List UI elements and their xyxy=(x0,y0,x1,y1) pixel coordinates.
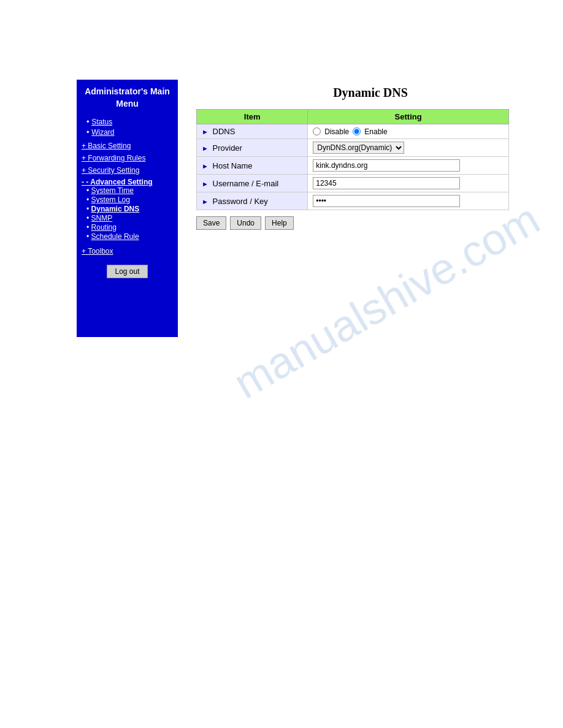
ddns-disable-label: Disable xyxy=(324,127,349,136)
table-row: ► Password / Key xyxy=(197,192,509,210)
table-row: ► Provider DynDNS.org(Dynamic) xyxy=(197,139,509,157)
arrow-icon: ► xyxy=(202,162,209,170)
provider-select[interactable]: DynDNS.org(Dynamic) xyxy=(313,142,404,154)
ddns-enable-label: Enable xyxy=(364,127,387,136)
help-button[interactable]: Help xyxy=(265,216,294,230)
ddns-enable-radio[interactable] xyxy=(353,127,361,135)
arrow-icon: ► xyxy=(202,180,209,188)
sidebar-title: Administrator's Main Menu xyxy=(82,86,173,110)
password-label: ► Password / Key xyxy=(197,192,308,210)
sidebar-item-basic-setting[interactable]: + Basic Setting xyxy=(82,142,173,150)
password-input[interactable] xyxy=(313,195,460,207)
arrow-icon: ► xyxy=(202,128,209,135)
dns-table: Item Setting ► DDNS Disable xyxy=(196,109,509,210)
save-button[interactable]: Save xyxy=(196,216,226,230)
hostname-setting[interactable] xyxy=(308,157,509,175)
sidebar-item-routing[interactable]: Routing xyxy=(86,223,173,232)
ddns-setting[interactable]: Disable Enable xyxy=(308,124,509,139)
undo-button[interactable]: Undo xyxy=(230,216,261,230)
sidebar-item-status[interactable]: Status xyxy=(86,117,173,126)
ddns-disable-radio[interactable] xyxy=(313,127,321,135)
table-row: ► Host Name xyxy=(197,157,509,175)
sidebar-item-forwarding-rules[interactable]: + Forwarding Rules xyxy=(82,154,173,162)
arrow-icon: ► xyxy=(202,145,209,152)
sidebar-item-dynamic-dns[interactable]: Dynamic DNS xyxy=(86,205,173,213)
logout-button[interactable]: Log out xyxy=(107,265,147,278)
sidebar-item-security-setting[interactable]: + Security Setting xyxy=(82,166,173,175)
table-row: ► DDNS Disable Enable xyxy=(197,124,509,139)
advanced-setting-toggle[interactable]: - Advanced Setting xyxy=(82,178,153,186)
sidebar: Administrator's Main Menu Status Wizard … xyxy=(77,80,178,337)
username-input[interactable] xyxy=(313,177,460,189)
page-title: Dynamic DNS xyxy=(196,86,545,100)
action-buttons: Save Undo Help xyxy=(196,216,545,230)
sidebar-item-snmp[interactable]: SNMP xyxy=(86,214,173,222)
username-setting[interactable] xyxy=(308,175,509,192)
provider-setting[interactable]: DynDNS.org(Dynamic) xyxy=(308,139,509,157)
main-content: Dynamic DNS Item Setting ► DDNS xyxy=(178,80,563,337)
username-label: ► Username / E-mail xyxy=(197,175,308,192)
password-setting[interactable] xyxy=(308,192,509,210)
sidebar-item-schedule-rule[interactable]: Schedule Rule xyxy=(86,232,173,241)
ddns-label: ► DDNS xyxy=(197,124,308,139)
col-setting-header: Setting xyxy=(308,110,509,124)
provider-label: ► Provider xyxy=(197,139,308,157)
sidebar-item-advanced-setting[interactable]: - Advanced Setting xyxy=(82,177,173,186)
hostname-label: ► Host Name xyxy=(197,157,308,175)
arrow-icon: ► xyxy=(202,198,209,205)
sidebar-item-wizard[interactable]: Wizard xyxy=(86,127,173,137)
hostname-input[interactable] xyxy=(313,159,460,172)
sidebar-item-toolbox[interactable]: + Toolbox xyxy=(82,247,173,256)
sidebar-item-system-log[interactable]: System Log xyxy=(86,195,173,204)
table-row: ► Username / E-mail xyxy=(197,175,509,192)
sidebar-item-system-time[interactable]: System Time xyxy=(86,186,173,195)
col-item-header: Item xyxy=(197,110,308,124)
